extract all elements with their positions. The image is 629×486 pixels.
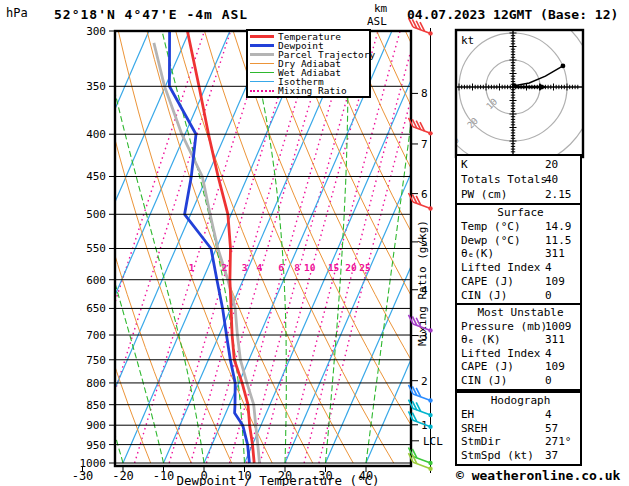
indices-panel: K20 Totals Totals40 PW (cm)2.15 — [455, 154, 582, 205]
index-row: SREH57 — [461, 422, 580, 436]
hodograph-panel-title: Hodograph — [461, 394, 580, 408]
asl-axis-label: ASL — [367, 15, 387, 28]
dry-adiabat-line — [0, 31, 70, 463]
mixing-ratio-label: 4 — [257, 262, 263, 273]
index-value: 20 — [545, 157, 580, 172]
dry-adiabat-line — [0, 31, 29, 463]
hodograph-panel: Hodograph EH4 SREH57 StmDir271° StmSpd (… — [455, 391, 582, 466]
index-value: 109 — [545, 360, 580, 374]
index-label: CIN (J) — [461, 374, 545, 388]
index-label: StmSpd (kt) — [461, 449, 545, 463]
temp-tick-label: -30 — [72, 469, 94, 483]
pressure-tick-label: 300 — [86, 25, 106, 38]
wet-adiabat-line — [0, 31, 83, 463]
wind-barb-shaft — [413, 462, 431, 469]
index-value: 2.15 — [545, 187, 580, 202]
pressure-tick-label: 900 — [86, 419, 106, 432]
credit: © weatheronline.co.uk — [456, 468, 620, 483]
wind-barb-shaft — [413, 27, 431, 34]
index-row: θₑ (K)311 — [461, 333, 580, 347]
pressure-axis-unit: hPa — [6, 6, 28, 20]
index-value: 4 — [545, 347, 580, 361]
temperature-line-swatch — [250, 35, 274, 38]
isotherm-line — [0, 31, 27, 463]
dewpoint-line-swatch — [250, 44, 274, 47]
index-label: K — [461, 157, 545, 172]
most-unstable-panel: Most Unstable Pressure (mb)1009 θₑ (K)31… — [455, 303, 582, 391]
pressure-tick-label: 750 — [86, 354, 106, 367]
wet-adiabat-line — [0, 31, 2, 463]
wet-adiabat-line-swatch — [250, 72, 274, 73]
pressure-tick-label: 600 — [86, 274, 106, 287]
temperature-axis-title: Dewpoint / Temperature (°C) — [176, 473, 379, 486]
index-row: K20 — [461, 157, 580, 172]
lcl-label: LCL — [423, 435, 443, 448]
legend-label: Mixing Ratio — [278, 86, 347, 95]
index-value: 311 — [545, 247, 580, 261]
index-row: Lifted Index4 — [461, 261, 580, 275]
mixing-ratio-label: 15 — [328, 262, 340, 273]
km-tick-label: 7 — [421, 138, 428, 151]
wet-adiabat-line — [20, 31, 123, 463]
pressure-tick-label: 850 — [86, 399, 106, 412]
hodograph-unit-label: kt — [461, 34, 474, 47]
index-row: CAPE (J)109 — [461, 360, 580, 374]
hodograph-trace-end-dot — [561, 64, 566, 69]
mixing-ratio-label: 10 — [304, 262, 316, 273]
index-value: 0 — [545, 289, 580, 303]
temp-tick-label: -10 — [153, 469, 175, 483]
index-label: StmDir — [461, 435, 545, 449]
index-row: Temp (°C)14.9 — [461, 220, 580, 234]
temperature-axis: -30-20-10010203040Dewpoint / Temperature… — [72, 467, 380, 486]
index-value: 57 — [545, 422, 580, 436]
index-label: PW (cm) — [461, 187, 545, 202]
legend: Temperature Dewpoint Parcel Trajectory D… — [246, 29, 371, 98]
pressure-tick-label: 700 — [86, 329, 106, 342]
index-value: 14.9 — [545, 220, 580, 234]
pressure-tick-label: 400 — [86, 128, 106, 141]
index-label: CIN (J) — [461, 289, 545, 303]
index-label: Totals Totals — [461, 172, 545, 187]
isotherm-line — [0, 31, 68, 463]
wet-adiabat-line — [57, 31, 164, 463]
wind-barb-shaft — [413, 394, 431, 401]
index-value: 109 — [545, 275, 580, 289]
skewt-sounding-page: 3003504004505005506006507007508008509009… — [0, 0, 629, 486]
pressure-tick-label: 450 — [86, 170, 106, 183]
index-label: Lifted Index — [461, 261, 545, 275]
wind-barb-shaft — [413, 127, 431, 134]
temp-tick-label: -20 — [112, 469, 134, 483]
index-value: 1009 — [545, 320, 580, 334]
index-value: 0 — [545, 374, 580, 388]
index-value: 311 — [545, 333, 580, 347]
km-tick-label: 2 — [421, 375, 428, 388]
station-title: 52°18'N 4°47'E -4m ASL — [54, 7, 248, 22]
index-label: Dewp (°C) — [461, 234, 545, 248]
index-row: CIN (J)0 — [461, 374, 580, 388]
index-row: θₑ(K)311 — [461, 247, 580, 261]
index-row: Dewp (°C)11.5 — [461, 234, 580, 248]
index-row: CAPE (J)109 — [461, 275, 580, 289]
pressure-tick-label: 550 — [86, 242, 106, 255]
index-row: PW (cm)2.15 — [461, 187, 580, 202]
km-tick-label: 6 — [421, 188, 428, 201]
storm-motion-arrowhead — [539, 84, 547, 91]
most-unstable-panel-title: Most Unstable — [461, 306, 580, 320]
pressure-tick-label: 650 — [86, 302, 106, 315]
index-value: 271° — [545, 435, 580, 449]
index-label: CAPE (J) — [461, 275, 545, 289]
pressure-tick-label: 950 — [86, 439, 106, 452]
index-value: 40 — [545, 172, 580, 187]
index-label: Lifted Index — [461, 347, 545, 361]
index-row: Pressure (mb)1009 — [461, 320, 580, 334]
mixing-ratio-label: 1 — [189, 262, 195, 273]
isotherm-line — [0, 31, 149, 463]
isotherm-line — [83, 31, 271, 463]
parcel-trajectory-curve — [154, 43, 260, 463]
index-row: StmSpd (kt)37 — [461, 449, 580, 463]
index-value: 11.5 — [545, 234, 580, 248]
mixing-ratio-line — [63, 31, 204, 463]
index-label: Temp (°C) — [461, 220, 545, 234]
run-date: 04.07.2023 12GMT (Base: 12) — [407, 7, 618, 22]
surface-panel: Surface Temp (°C)14.9 Dewp (°C)11.5 θₑ(K… — [455, 203, 582, 306]
